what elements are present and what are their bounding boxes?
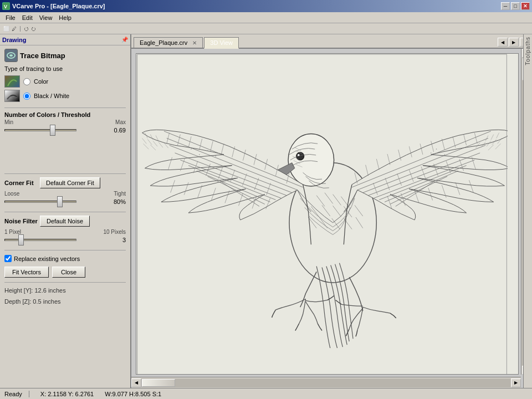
status-dimensions: W:9.077 H:8.505 S:1 <box>105 391 161 397</box>
depth-info: Depth [Z]: 0.5 inches <box>0 296 130 307</box>
trace-icon <box>4 49 18 62</box>
spacer1 <box>0 138 130 171</box>
sep3 <box>4 212 126 212</box>
corner-fit-slider[interactable] <box>4 201 76 203</box>
svg-point-108 <box>207 150 208 151</box>
menu-file[interactable]: File <box>2 13 19 22</box>
svg-point-4 <box>9 54 13 57</box>
maximize-button[interactable]: □ <box>511 2 520 10</box>
menu-help[interactable]: Help <box>55 13 75 22</box>
corner-fit-slider-section: Loose Tight 80% <box>0 190 130 209</box>
title-bar: V VCarve Pro - [Eagle_Plaque.crv] ─ □ ✕ <box>0 0 532 12</box>
noise-slider[interactable] <box>4 239 76 241</box>
minimize-button[interactable]: ─ <box>501 2 510 10</box>
eagle-canvas <box>136 54 508 375</box>
action-buttons-row: Fit Vectors Close <box>0 264 130 280</box>
trace-header-row: Trace Bitmap <box>0 45 130 63</box>
horizontal-scrollbar[interactable]: ◀ ▶ <box>131 377 521 388</box>
default-noise-button[interactable]: Default Noise <box>40 216 90 227</box>
corner-fit-tight-label: Tight <box>114 191 126 197</box>
trace-type-label: Type of tracing to use <box>4 65 126 72</box>
canvas-inner <box>136 53 519 375</box>
panel-top-title: Drawing <box>2 37 26 43</box>
app-icon: V <box>2 2 10 10</box>
corner-fit-row: Corner Fit Default Corner Fit <box>0 176 130 190</box>
status-ready: Ready <box>4 391 29 397</box>
svg-point-111 <box>444 154 445 155</box>
noise-value: 3 <box>109 237 126 243</box>
menu-bar: File Edit View Help <box>0 12 532 23</box>
close-window-button[interactable]: ✕ <box>521 2 530 10</box>
title-text: VCarve Pro - [Eagle_Plaque.crv] <box>12 3 105 9</box>
threshold-max-label: Max <box>115 119 126 125</box>
trace-title: Trace Bitmap <box>20 52 65 60</box>
threshold-slider[interactable] <box>4 129 76 131</box>
corner-fit-value: 80% <box>109 198 126 205</box>
bw-radio[interactable] <box>23 93 30 100</box>
tab-scroll-right[interactable]: ▶ <box>509 38 519 47</box>
scroll-left-button[interactable]: ◀ <box>131 378 141 387</box>
panel-pin-button[interactable]: 📌 <box>121 37 128 43</box>
trace-type-section: Type of tracing to use Color Black / Whi… <box>0 63 130 105</box>
sep1 <box>4 108 126 108</box>
color-radio[interactable] <box>23 78 30 85</box>
threshold-section: Number of Colors / Threshold Min Max 0.6… <box>0 110 130 138</box>
height-info: Height [Y]: 12.6 inches <box>0 285 130 296</box>
bw-preview-icon <box>4 90 20 102</box>
color-label[interactable]: Color <box>34 78 48 85</box>
svg-point-112 <box>431 152 432 154</box>
threshold-label: Number of Colors / Threshold <box>4 111 126 118</box>
fit-vectors-button[interactable]: Fit Vectors <box>4 267 49 278</box>
bw-label[interactable]: Black / White <box>34 93 69 99</box>
sep5 <box>4 282 126 283</box>
threshold-value: 0.69 <box>109 127 126 134</box>
noise-max-label: 10 Pixels <box>103 229 126 235</box>
left-panel: Drawing 📌 Trace Bitmap Type of tracing t… <box>0 34 131 388</box>
noise-slider-section: 1 Pixel 10 Pixels 3 <box>0 228 130 248</box>
replace-vectors-checkbox[interactable] <box>4 255 12 262</box>
toolpaths-label: Toolpaths <box>525 37 531 65</box>
app-body: Drawing 📌 Trace Bitmap Type of tracing t… <box>0 34 532 388</box>
bw-radio-row: Black / White <box>4 89 126 103</box>
replace-vectors-label[interactable]: Replace existing vectors <box>14 255 80 262</box>
default-corner-fit-button[interactable]: Default Corner Fit <box>40 177 100 188</box>
menu-edit[interactable]: Edit <box>19 13 36 22</box>
status-coords: X: 2.1158 Y: 6.2761 <box>40 391 94 397</box>
tab-scroll-left[interactable]: ◀ <box>498 38 508 47</box>
scroll-right-button[interactable]: ▶ <box>511 378 521 387</box>
color-radio-row: Color <box>4 74 126 89</box>
corner-fit-label: Corner Fit <box>4 180 38 186</box>
right-toolbar: Toolpaths <box>523 34 532 388</box>
horizontal-scroll-thumb[interactable] <box>142 379 175 387</box>
svg-point-110 <box>436 149 437 150</box>
color-preview-icon <box>4 75 20 88</box>
tab-3d-view[interactable]: 3D View <box>204 37 239 49</box>
tab-bar: Eagle_Plaque.crv ✕ 3D View ◀ ▶ ✕ <box>131 34 532 49</box>
noise-filter-label: Noise Filter <box>4 218 38 224</box>
status-bar: Ready X: 2.1158 Y: 6.2761 W:9.077 H:8.50… <box>0 388 532 399</box>
sep2 <box>4 173 126 174</box>
svg-text:V: V <box>4 4 7 9</box>
tab-eagle-plaque[interactable]: Eagle_Plaque.crv ✕ <box>134 37 203 48</box>
menu-view[interactable]: View <box>36 13 56 22</box>
svg-point-107 <box>199 154 200 155</box>
canvas-area: ▲ ▼ ◀ ▶ <box>131 49 532 388</box>
svg-point-7 <box>288 134 334 186</box>
tab-close-icon[interactable]: ✕ <box>192 40 197 46</box>
panel-top-bar: Drawing 📌 <box>0 34 130 45</box>
svg-point-109 <box>215 156 216 157</box>
sep4 <box>4 250 126 250</box>
secondary-toolbar: ⬜ 🖊 ⭯ ⭮ <box>0 23 532 34</box>
replace-vectors-row: Replace existing vectors <box>0 253 130 264</box>
svg-point-106 <box>191 149 192 150</box>
noise-filter-row: Noise Filter Default Noise <box>0 214 130 228</box>
right-content: Eagle_Plaque.crv ✕ 3D View ◀ ▶ ✕ <box>131 34 532 388</box>
close-button[interactable]: Close <box>52 267 85 278</box>
